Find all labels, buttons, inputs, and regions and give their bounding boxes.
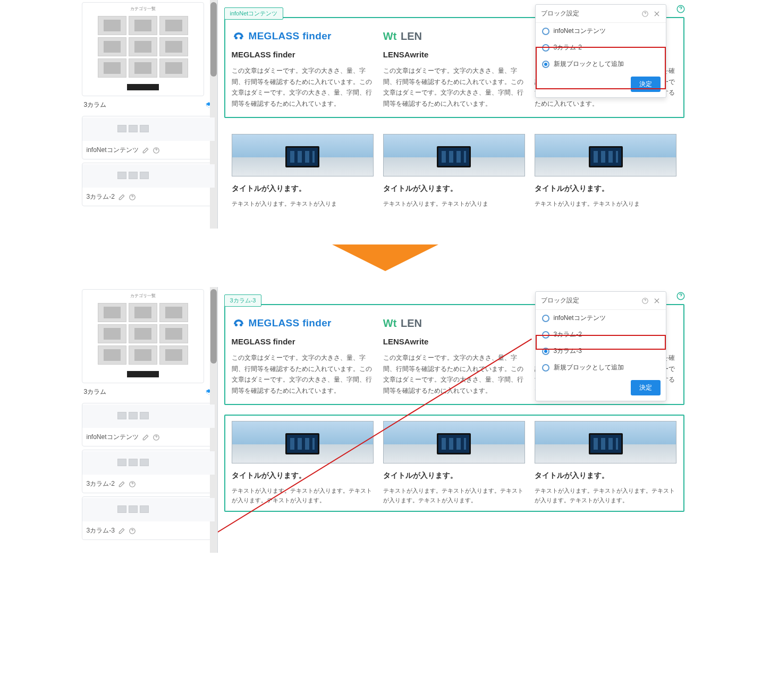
radio-icon [542, 315, 549, 322]
custom-block-card[interactable]: Custom BlockinfoNetコンテンツ [82, 116, 215, 159]
sidebar: カテゴリ一覧 3カラム Custom BlockinfoNetコンテンツCust… [80, 0, 218, 229]
pencil-icon[interactable] [142, 147, 149, 154]
pencil-icon[interactable] [118, 193, 125, 201]
column-2: Wt LEN LENSAwrite この文章はダミーです。文字の大きさ、量、字間… [383, 29, 525, 109]
row2-body: テキストが入ります。テキストが入りま [232, 199, 374, 209]
help-icon[interactable] [641, 10, 649, 18]
col2-body: この文章はダミーです。文字の大きさ、量、字間、行間等を確認するために入れています… [383, 65, 525, 109]
scrollbar-rail [210, 0, 217, 229]
help-icon[interactable] [676, 291, 686, 301]
sidebar: カテゴリ一覧 3カラム Custom BlockinfoNetコンテンツCust… [80, 287, 218, 553]
custom-block-card[interactable]: Custom Block3カラム-2 [82, 163, 215, 206]
category-row: 3カラム [82, 99, 215, 113]
option-label: 新規ブロックとして追加 [554, 60, 624, 69]
help-icon[interactable] [129, 480, 136, 488]
custom-block-card[interactable]: Custom BlockinfoNetコンテンツ [82, 403, 215, 446]
svg-point-11 [234, 324, 237, 326]
popup-option[interactable]: 3カラム-2 [536, 326, 666, 343]
popup-option[interactable]: infoNetコンテンツ [536, 23, 666, 39]
option-label: infoNetコンテンツ [554, 27, 606, 36]
column-1: MEGLASS finder MEGLASS finder この文章はダミーです… [232, 29, 374, 109]
help-icon[interactable] [129, 527, 136, 535]
block-row2: タイトルが入ります。テキストが入ります。テキストが入りま タイトルが入ります。テ… [224, 128, 684, 215]
popup-title: ブロック設定 [541, 296, 579, 305]
help-icon[interactable] [676, 4, 686, 14]
category-label: 3カラム [84, 100, 107, 109]
popup-option[interactable]: infoNetコンテンツ [536, 310, 666, 326]
help-icon[interactable] [153, 147, 160, 154]
decide-button[interactable]: 決定 [631, 77, 661, 92]
option-label: 3カラム-2 [554, 330, 582, 339]
popup-option[interactable]: 新規ブロックとして追加 [536, 56, 666, 72]
radio-icon [542, 44, 549, 52]
custom-block-card[interactable]: Custom Block3カラム-3 [82, 496, 215, 540]
help-icon[interactable] [129, 193, 136, 201]
help-icon[interactable] [641, 297, 649, 305]
scrollbar-thumb[interactable] [210, 289, 217, 364]
svg-marker-6 [332, 244, 438, 271]
svg-point-3 [234, 37, 237, 39]
svg-point-12 [239, 324, 242, 326]
preset-3column-grid[interactable]: カテゴリ一覧 [82, 289, 204, 383]
radio-icon [542, 364, 549, 372]
card-name: 3カラム-2 [87, 479, 115, 488]
card-name: 3カラム-3 [87, 526, 115, 535]
option-label: 3カラム-2 [554, 43, 582, 52]
card-name: 3カラム-2 [87, 192, 115, 201]
card-name: infoNetコンテンツ [87, 146, 139, 155]
preset-heading: カテゴリ一覧 [84, 5, 201, 13]
col1-title: MEGLASS finder [232, 50, 374, 59]
col-image [232, 421, 374, 463]
card-name: infoNetコンテンツ [87, 433, 139, 442]
selected-block-row2[interactable]: タイトルが入ります。テキストが入ります。テキストが入ります。テキストが入ります。… [224, 415, 684, 512]
option-label: 新規ブロックとして追加 [554, 363, 624, 372]
pencil-icon[interactable] [118, 527, 125, 535]
col-image [383, 421, 525, 463]
radio-icon [542, 61, 549, 68]
meglass-logo-icon [232, 317, 246, 328]
popup-option[interactable]: 3カラム-3 [536, 343, 666, 359]
transition-arrow [80, 229, 691, 287]
canvas: infoNetコンテンツ 定 ブロック設定 MEGLASS finder MEG… [218, 0, 691, 229]
row2-title: タイトルが入ります。 [232, 184, 374, 193]
radio-icon [542, 348, 549, 355]
canvas: 3カラム-3 定 ブロック設定 MEGLASS finderMEGLASS fi… [218, 287, 691, 553]
col-image [383, 134, 525, 176]
block-tag[interactable]: 3カラム-3 [224, 294, 262, 307]
close-icon[interactable] [653, 10, 661, 18]
svg-point-4 [239, 37, 242, 39]
pencil-icon[interactable] [118, 480, 125, 488]
col-image [232, 134, 374, 176]
col-image [535, 134, 676, 176]
col-image [535, 421, 676, 463]
col2-title: LENSAwrite [383, 50, 525, 59]
option-label: 3カラム-3 [554, 347, 582, 356]
category-row: 3カラム [82, 386, 215, 400]
block-settings-popup: ブロック設定 infoNetコンテンツ3カラム-2新規ブロックとして追加 決定 [535, 4, 666, 98]
popup-option[interactable]: 新規ブロックとして追加 [536, 359, 666, 376]
radio-icon [542, 28, 549, 35]
option-label: infoNetコンテンツ [554, 314, 606, 323]
meglass-logo-icon [232, 30, 246, 41]
popup-option[interactable]: 3カラム-2 [536, 39, 666, 56]
help-icon[interactable] [153, 434, 160, 441]
block-tag[interactable]: infoNetコンテンツ [224, 7, 284, 20]
radio-icon [542, 331, 549, 339]
scrollbar-thumb[interactable] [210, 2, 217, 77]
col1-body: この文章はダミーです。文字の大きさ、量、字間、行間等を確認するために入れています… [232, 65, 374, 109]
pencil-icon[interactable] [142, 434, 149, 441]
popup-title: ブロック設定 [541, 9, 579, 18]
decide-button[interactable]: 決定 [631, 380, 661, 395]
custom-block-card[interactable]: Custom Block3カラム-2 [82, 450, 215, 493]
close-icon[interactable] [653, 297, 661, 305]
block-settings-popup: ブロック設定 infoNetコンテンツ3カラム-23カラム-3新規ブロックとして… [535, 291, 666, 401]
preset-3column-grid[interactable]: カテゴリ一覧 [82, 2, 204, 96]
